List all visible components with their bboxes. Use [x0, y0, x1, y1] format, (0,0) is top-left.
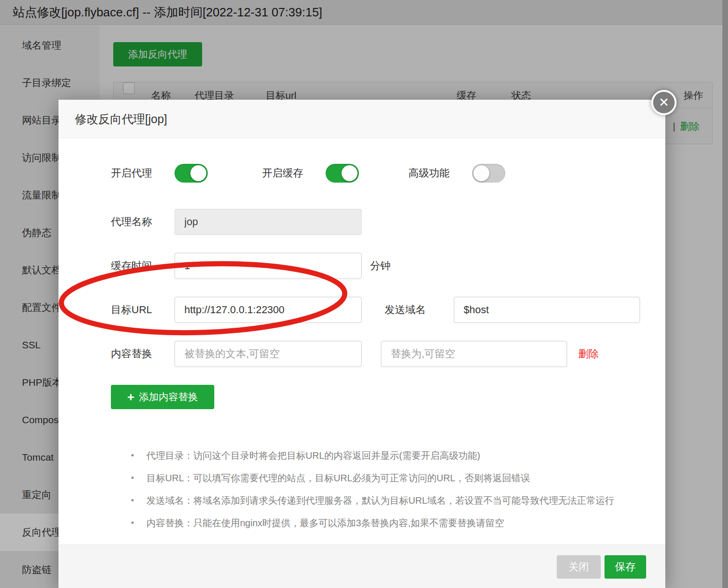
help-item: •内容替换：只能在使用nginx时提供，最多可以添加3条替换内容,如果不需要替换… [131, 512, 637, 534]
replace-to-input[interactable] [381, 341, 567, 367]
add-content-replace-label: 添加内容替换 [139, 390, 198, 404]
content-replace-label: 内容替换 [111, 347, 175, 361]
toggle-knob [342, 165, 357, 181]
bullet-icon: • [131, 489, 146, 512]
enable-proxy-label: 开启代理 [111, 166, 175, 180]
cache-time-unit: 分钟 [370, 259, 391, 273]
bullet-icon: • [131, 467, 146, 489]
save-button[interactable]: 保存 [604, 555, 646, 579]
help-item: •代理目录：访问这个目录时将会把目标URL的内容返回并显示(需要开启高级功能) [131, 444, 637, 467]
add-content-replace-button[interactable]: + 添加内容替换 [111, 385, 214, 409]
help-list: •代理目录：访问这个目录时将会把目标URL的内容返回并显示(需要开启高级功能) … [131, 444, 637, 534]
close-icon[interactable]: ✕ [651, 90, 677, 115]
advanced-features-label: 高级功能 [408, 166, 472, 180]
advanced-features-toggle[interactable] [472, 164, 505, 183]
bullet-icon: • [131, 512, 146, 534]
cache-time-label: 缓存时间 [111, 259, 175, 273]
enable-cache-label: 开启缓存 [262, 166, 326, 180]
plus-icon: + [127, 391, 134, 403]
target-url-label: 目标URL [111, 303, 175, 317]
modal-footer: 关闭 保存 [58, 544, 665, 588]
replace-from-input[interactable] [175, 341, 362, 367]
proxy-name-row: 代理名称 [111, 209, 651, 235]
proxy-name-label: 代理名称 [111, 215, 175, 229]
target-url-row: 目标URL 发送域名 [111, 297, 651, 323]
modal-header: 修改反向代理[jop] [58, 100, 665, 138]
delete-replace-link[interactable]: 删除 [578, 347, 599, 361]
send-domain-label: 发送域名 [385, 303, 454, 317]
screen: 站点修改[jop.flybace.cf] -- 添加时间[2022-12-31 … [0, 0, 728, 588]
target-url-input[interactable] [175, 297, 362, 323]
close-button[interactable]: 关闭 [557, 555, 601, 579]
help-item: •目标URL：可以填写你需要代理的站点，目标URL必须为可正常访问的URL，否则… [131, 467, 637, 489]
cache-time-input[interactable] [175, 253, 362, 279]
send-domain-input[interactable] [454, 297, 640, 323]
bullet-icon: • [131, 444, 146, 467]
toggles-row: 开启代理 开启缓存 高级功能 [111, 164, 651, 183]
proxy-name-input[interactable] [175, 209, 362, 235]
add-replace-row: + 添加内容替换 [111, 385, 651, 409]
help-item: •发送域名：将域名添加到请求头传递到代理服务器，默认为目标URL域名，若设置不当… [131, 489, 637, 512]
edit-reverse-proxy-modal: 修改反向代理[jop] 开启代理 开启缓存 高级功能 代理名称 缓存时间 分钟 … [58, 100, 665, 588]
enable-proxy-toggle[interactable] [175, 164, 208, 183]
modal-title: 修改反向代理[jop] [75, 100, 167, 138]
cache-time-row: 缓存时间 分钟 [111, 253, 651, 279]
content-replace-row: 内容替换 删除 [111, 341, 651, 367]
enable-cache-toggle[interactable] [326, 164, 359, 183]
toggle-knob [473, 165, 489, 181]
toggle-knob [190, 165, 206, 181]
